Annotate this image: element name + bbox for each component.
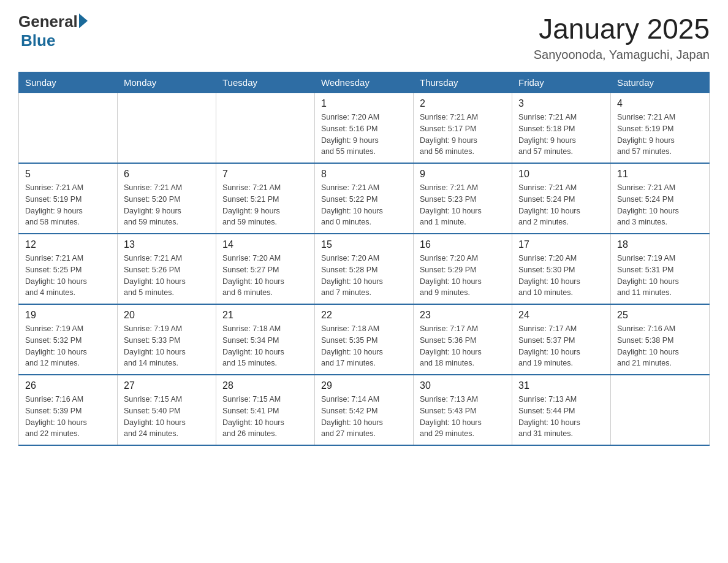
day-number: 21 [222,310,308,321]
day-info: Sunrise: 7:17 AMSunset: 5:37 PMDaylight:… [518,323,604,369]
day-info: Sunrise: 7:20 AMSunset: 5:30 PMDaylight:… [518,253,604,299]
day-info: Sunrise: 7:16 AMSunset: 5:38 PMDaylight:… [617,323,703,369]
day-info: Sunrise: 7:21 AMSunset: 5:24 PMDaylight:… [518,182,604,228]
day-info: Sunrise: 7:14 AMSunset: 5:42 PMDaylight:… [321,394,407,440]
calendar-week-row: 1Sunrise: 7:20 AMSunset: 5:16 PMDaylight… [19,93,710,164]
calendar-cell: 10Sunrise: 7:21 AMSunset: 5:24 PMDayligh… [512,163,611,234]
day-number: 15 [321,239,407,250]
day-number: 17 [518,239,604,250]
day-info: Sunrise: 7:20 AMSunset: 5:16 PMDaylight:… [321,112,407,158]
day-info: Sunrise: 7:21 AMSunset: 5:19 PMDaylight:… [617,112,703,158]
day-number: 18 [617,239,703,250]
day-info: Sunrise: 7:20 AMSunset: 5:28 PMDaylight:… [321,253,407,299]
day-number: 1 [321,98,407,109]
day-number: 23 [420,310,506,321]
calendar-cell: 27Sunrise: 7:15 AMSunset: 5:40 PMDayligh… [118,375,216,445]
calendar-cell: 2Sunrise: 7:21 AMSunset: 5:17 PMDaylight… [414,93,512,164]
day-number: 27 [124,380,210,391]
day-info: Sunrise: 7:15 AMSunset: 5:40 PMDaylight:… [124,394,210,440]
day-number: 8 [321,169,407,180]
calendar-cell: 19Sunrise: 7:19 AMSunset: 5:32 PMDayligh… [19,304,118,375]
day-number: 30 [420,380,506,391]
calendar-cell: 7Sunrise: 7:21 AMSunset: 5:21 PMDaylight… [216,163,315,234]
day-number: 20 [124,310,210,321]
day-number: 19 [25,310,111,321]
page-header: General Blue January 2025 Sanyoonoda, Ya… [18,12,710,62]
day-number: 29 [321,380,407,391]
logo-blue-text: Blue [21,31,55,50]
day-info: Sunrise: 7:21 AMSunset: 5:24 PMDaylight:… [617,182,703,228]
calendar-cell: 14Sunrise: 7:20 AMSunset: 5:27 PMDayligh… [216,234,315,304]
day-number: 14 [222,239,308,250]
calendar-cell: 1Sunrise: 7:20 AMSunset: 5:16 PMDaylight… [315,93,414,164]
calendar-header-row: SundayMondayTuesdayWednesdayThursdayFrid… [19,72,710,93]
day-number: 28 [222,380,308,391]
logo-arrow-icon [79,13,88,28]
logo: General Blue [18,12,88,50]
day-number: 26 [25,380,111,391]
day-number: 24 [518,310,604,321]
day-of-week-header: Friday [512,72,611,93]
calendar-cell [19,93,118,164]
calendar-cell: 18Sunrise: 7:19 AMSunset: 5:31 PMDayligh… [611,234,710,304]
day-info: Sunrise: 7:19 AMSunset: 5:31 PMDaylight:… [617,253,703,299]
day-number: 22 [321,310,407,321]
day-info: Sunrise: 7:13 AMSunset: 5:44 PMDaylight:… [518,394,604,440]
day-number: 7 [222,169,308,180]
calendar-cell: 22Sunrise: 7:18 AMSunset: 5:35 PMDayligh… [315,304,414,375]
day-number: 16 [420,239,506,250]
day-info: Sunrise: 7:21 AMSunset: 5:18 PMDaylight:… [518,112,604,158]
day-of-week-header: Sunday [19,72,118,93]
day-info: Sunrise: 7:21 AMSunset: 5:22 PMDaylight:… [321,182,407,228]
day-of-week-header: Monday [118,72,216,93]
calendar-cell: 5Sunrise: 7:21 AMSunset: 5:19 PMDaylight… [19,163,118,234]
month-title: January 2025 [534,12,710,45]
day-number: 11 [617,169,703,180]
calendar-cell: 26Sunrise: 7:16 AMSunset: 5:39 PMDayligh… [19,375,118,445]
day-info: Sunrise: 7:13 AMSunset: 5:43 PMDaylight:… [420,394,506,440]
calendar-week-row: 19Sunrise: 7:19 AMSunset: 5:32 PMDayligh… [19,304,710,375]
day-info: Sunrise: 7:21 AMSunset: 5:23 PMDaylight:… [420,182,506,228]
calendar-table: SundayMondayTuesdayWednesdayThursdayFrid… [18,72,710,446]
day-number: 4 [617,98,703,109]
day-number: 9 [420,169,506,180]
calendar-cell: 29Sunrise: 7:14 AMSunset: 5:42 PMDayligh… [315,375,414,445]
calendar-cell [118,93,216,164]
day-number: 25 [617,310,703,321]
calendar-cell: 25Sunrise: 7:16 AMSunset: 5:38 PMDayligh… [611,304,710,375]
calendar-cell: 3Sunrise: 7:21 AMSunset: 5:18 PMDaylight… [512,93,611,164]
calendar-cell: 15Sunrise: 7:20 AMSunset: 5:28 PMDayligh… [315,234,414,304]
day-info: Sunrise: 7:19 AMSunset: 5:33 PMDaylight:… [124,323,210,369]
calendar-cell: 4Sunrise: 7:21 AMSunset: 5:19 PMDaylight… [611,93,710,164]
day-number: 6 [124,169,210,180]
day-info: Sunrise: 7:21 AMSunset: 5:19 PMDaylight:… [25,182,111,228]
day-info: Sunrise: 7:18 AMSunset: 5:34 PMDaylight:… [222,323,308,369]
day-number: 13 [124,239,210,250]
calendar-cell: 21Sunrise: 7:18 AMSunset: 5:34 PMDayligh… [216,304,315,375]
calendar-cell: 17Sunrise: 7:20 AMSunset: 5:30 PMDayligh… [512,234,611,304]
day-number: 31 [518,380,604,391]
day-number: 2 [420,98,506,109]
calendar-cell: 12Sunrise: 7:21 AMSunset: 5:25 PMDayligh… [19,234,118,304]
calendar-cell: 16Sunrise: 7:20 AMSunset: 5:29 PMDayligh… [414,234,512,304]
day-number: 3 [518,98,604,109]
calendar-cell: 23Sunrise: 7:17 AMSunset: 5:36 PMDayligh… [414,304,512,375]
calendar-cell: 31Sunrise: 7:13 AMSunset: 5:44 PMDayligh… [512,375,611,445]
day-info: Sunrise: 7:20 AMSunset: 5:29 PMDaylight:… [420,253,506,299]
day-info: Sunrise: 7:21 AMSunset: 5:17 PMDaylight:… [420,112,506,158]
calendar-cell: 30Sunrise: 7:13 AMSunset: 5:43 PMDayligh… [414,375,512,445]
day-info: Sunrise: 7:19 AMSunset: 5:32 PMDaylight:… [25,323,111,369]
day-of-week-header: Wednesday [315,72,414,93]
logo-general-text: General [18,12,78,31]
title-area: January 2025 Sanyoonoda, Yamaguchi, Japa… [534,12,710,62]
calendar-week-row: 26Sunrise: 7:16 AMSunset: 5:39 PMDayligh… [19,375,710,445]
day-of-week-header: Thursday [414,72,512,93]
calendar-cell: 24Sunrise: 7:17 AMSunset: 5:37 PMDayligh… [512,304,611,375]
day-info: Sunrise: 7:21 AMSunset: 5:21 PMDaylight:… [222,182,308,228]
day-info: Sunrise: 7:16 AMSunset: 5:39 PMDaylight:… [25,394,111,440]
location-title: Sanyoonoda, Yamaguchi, Japan [534,48,710,62]
day-of-week-header: Saturday [611,72,710,93]
day-info: Sunrise: 7:17 AMSunset: 5:36 PMDaylight:… [420,323,506,369]
calendar-week-row: 5Sunrise: 7:21 AMSunset: 5:19 PMDaylight… [19,163,710,234]
day-info: Sunrise: 7:18 AMSunset: 5:35 PMDaylight:… [321,323,407,369]
